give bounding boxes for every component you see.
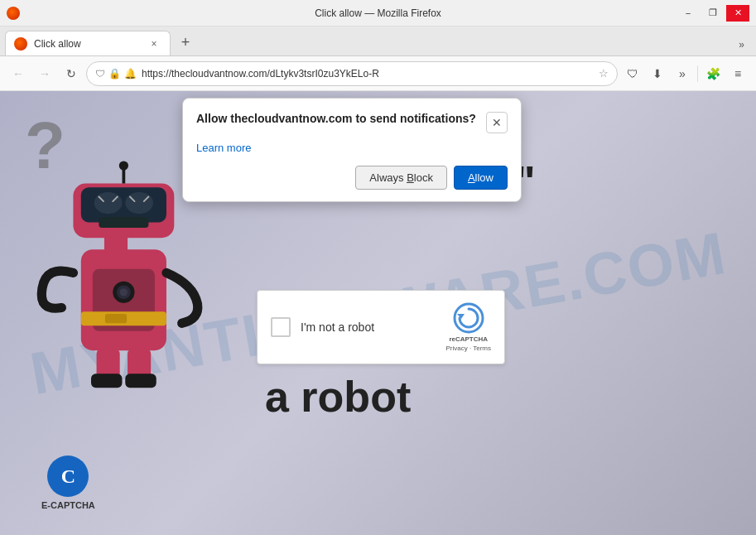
address-security-icons: 🛡 🔒 🔔 — [95, 68, 137, 80]
new-tab-button[interactable]: + — [174, 31, 197, 54]
lock-icon: 🔒 — [108, 68, 121, 80]
notification-header: Allow thecloudvantnow.com to send notifi… — [196, 112, 508, 133]
ecaptcha-icon: C — [47, 455, 89, 497]
svg-point-11 — [94, 192, 123, 214]
always-block-button[interactable]: Always Block — [355, 166, 447, 190]
tab-favicon — [14, 37, 27, 51]
vpn-button[interactable]: 🛡 — [621, 62, 644, 85]
recaptcha-links-text: Privacy · Terms — [445, 345, 491, 352]
svg-marker-24 — [457, 314, 465, 319]
ecaptcha-label: E-CAPTCHA — [41, 500, 95, 510]
notification-close-button[interactable]: ✕ — [486, 112, 508, 133]
tab-bar: Click allow × + » — [0, 27, 756, 56]
recaptcha-logo-area: reCAPTCHA Privacy · Terms — [445, 302, 491, 352]
ecaptcha-logo: C E-CAPTCHA — [41, 455, 95, 510]
notification-popup: Allow thecloudvantnow.com to send notifi… — [182, 98, 522, 202]
notification-title: Allow thecloudvantnow.com to send notifi… — [196, 112, 486, 125]
address-bar[interactable]: 🛡 🔒 🔔 https://thecloudvantnow.com/dLtykv… — [86, 61, 618, 86]
minimize-button[interactable]: − — [677, 5, 700, 22]
browser-content: MYANTISPYWARE.COM ? ? — [0, 91, 756, 535]
svg-rect-19 — [99, 217, 148, 228]
reload-button[interactable]: ↻ — [60, 62, 83, 85]
svg-rect-6 — [91, 374, 123, 388]
firefox-icon — [7, 7, 20, 20]
title-bar: Click allow — Mozilla Firefox − ❐ ✕ — [0, 0, 756, 27]
toolbar-separator — [697, 65, 698, 82]
extensions-button[interactable]: 🧩 — [701, 62, 725, 85]
svg-point-12 — [125, 192, 153, 214]
bookmark-star-icon[interactable]: ☆ — [599, 67, 609, 80]
svg-rect-7 — [125, 374, 156, 388]
navigation-bar: ← → ↻ 🛡 🔒 🔔 https://thecloudvantnow.com/… — [0, 56, 756, 91]
menu-button[interactable]: ≡ — [726, 62, 749, 85]
notification-bell-icon: 🔔 — [124, 68, 137, 80]
window-controls: − ❐ ✕ — [677, 5, 749, 22]
url-text: https://thecloudvantnow.com/dLtykv3tsrI0… — [142, 68, 594, 80]
tab-title: Click allow — [34, 38, 140, 50]
svg-point-22 — [120, 288, 128, 296]
shield-icon: 🛡 — [95, 68, 105, 80]
sub-text: a robot — [265, 373, 411, 422]
recaptcha-brand-text: reCAPTCHA — [449, 335, 488, 343]
notification-buttons: Always Block Allow — [196, 166, 508, 190]
recaptcha-label: I'm not a robot — [301, 321, 436, 334]
svg-point-18 — [119, 161, 128, 170]
active-tab[interactable]: Click allow × — [5, 31, 171, 55]
recaptcha-checkbox[interactable] — [271, 317, 291, 337]
back-button[interactable]: ← — [7, 62, 30, 85]
tab-close-button[interactable]: × — [147, 36, 161, 51]
window-title: Click allow — Mozilla Firefox — [315, 7, 441, 19]
allow-button[interactable]: Allow — [454, 166, 508, 190]
more-tools-button[interactable]: » — [671, 62, 694, 85]
svg-rect-3 — [105, 314, 127, 323]
recaptcha-widget[interactable]: I'm not a robot reCAPTCHA Privacy · Term… — [257, 290, 505, 364]
forward-button[interactable]: → — [33, 62, 56, 85]
toolbar-icons: 🛡 ⬇ » 🧩 ≡ — [621, 62, 749, 85]
notification-learn-more-link[interactable]: Learn more — [196, 142, 251, 154]
downloads-button[interactable]: ⬇ — [646, 62, 669, 85]
robot-illustration — [25, 141, 207, 393]
close-button[interactable]: ✕ — [726, 5, 749, 22]
recaptcha-logo-icon — [453, 302, 484, 334]
tab-overflow-button[interactable]: » — [732, 36, 751, 54]
restore-button[interactable]: ❐ — [701, 5, 725, 22]
